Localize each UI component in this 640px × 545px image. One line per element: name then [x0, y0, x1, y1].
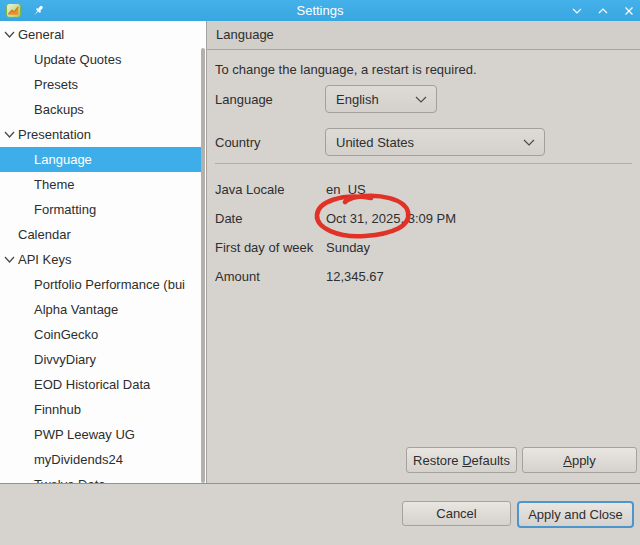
button-label-part: pply — [572, 453, 596, 468]
minimize-icon[interactable] — [570, 4, 584, 18]
settings-window: Settings GeneralUpdate QuotesPresetsBack… — [0, 0, 640, 545]
tree-item-formatting[interactable]: Formatting — [0, 197, 206, 222]
button-label-part: A — [563, 453, 572, 468]
chevron-expanded-icon[interactable] — [4, 30, 15, 39]
tree-item-label: Formatting — [34, 197, 96, 222]
info-row-amount: Amount12,345.67 — [215, 262, 632, 291]
apply-and-close-button[interactable]: Apply and Close — [517, 501, 634, 528]
tree-item-general[interactable]: General — [0, 22, 206, 47]
country-select[interactable]: United States — [325, 128, 545, 156]
language-field-label: Language — [215, 92, 325, 107]
tree-item-label: Twelve Data — [34, 472, 106, 483]
settings-nav-tree: GeneralUpdate QuotesPresetsBackupsPresen… — [0, 21, 207, 483]
tree-item-label: myDividends24 — [34, 447, 123, 472]
info-row-first-day-of-week: First day of weekSunday — [215, 233, 632, 262]
language-select-value: English — [336, 92, 379, 107]
info-value: Oct 31, 2025, 3:09 PM — [326, 211, 456, 226]
dialog-button-bar: CancelApply and Close — [0, 483, 640, 545]
tree-item-label: Alpha Vantage — [34, 297, 118, 322]
info-row-java-locale: Java Localeen_US — [215, 175, 632, 204]
tree-item-label: Backups — [34, 97, 84, 122]
info-label: Date — [215, 211, 326, 226]
apply-button[interactable]: Apply — [522, 447, 637, 473]
tree-item-alpha-vantage[interactable]: Alpha Vantage — [0, 297, 206, 322]
tree-item-label: Calendar — [18, 222, 71, 247]
chevron-expanded-icon[interactable] — [4, 255, 15, 264]
scrollbar-thumb[interactable] — [201, 48, 205, 483]
tree-item-eod-historical-data[interactable]: EOD Historical Data — [0, 372, 206, 397]
restore-defaults-button[interactable]: Restore Defaults — [406, 447, 517, 473]
tree-item-label: DivvyDiary — [34, 347, 96, 372]
tree-item-label: Portfolio Performance (bui — [34, 272, 185, 297]
button-label-part: Cancel — [436, 506, 476, 521]
tree-item-pwp-leeway-ug[interactable]: PWP Leeway UG — [0, 422, 206, 447]
tree-item-theme[interactable]: Theme — [0, 172, 206, 197]
tree-item-label: Language — [34, 147, 92, 172]
tree-item-label: Theme — [34, 172, 74, 197]
cancel-button[interactable]: Cancel — [402, 501, 511, 526]
country-select-value: United States — [336, 135, 414, 150]
info-row-date: DateOct 31, 2025, 3:09 PM — [215, 204, 632, 233]
button-label-part: Restore — [413, 453, 462, 468]
tree-item-label: Presentation — [18, 122, 91, 147]
info-label: First day of week — [215, 240, 326, 255]
tree-item-api-keys[interactable]: API Keys — [0, 247, 206, 272]
tree-item-label: General — [18, 22, 64, 47]
chevron-down-icon — [523, 139, 535, 147]
close-icon[interactable] — [622, 4, 636, 18]
tree-item-coingecko[interactable]: CoinGecko — [0, 322, 206, 347]
info-value: en_US — [326, 182, 366, 197]
tree-item-label: Finnhub — [34, 397, 81, 422]
tree-item-label: PWP Leeway UG — [34, 422, 135, 447]
tree-item-presets[interactable]: Presets — [0, 72, 206, 97]
window-title: Settings — [0, 3, 640, 18]
tree-item-language[interactable]: Language — [0, 147, 201, 172]
tree-item-label: API Keys — [18, 247, 71, 272]
tree-item-presentation[interactable]: Presentation — [0, 122, 206, 147]
tree-item-mydividends24[interactable]: myDividends24 — [0, 447, 206, 472]
tree-item-portfolio-performance-bui[interactable]: Portfolio Performance (bui — [0, 272, 206, 297]
info-label: Java Locale — [215, 182, 326, 197]
section-title: Language — [207, 21, 640, 50]
restart-notice: To change the language, a restart is req… — [215, 62, 632, 77]
button-label-part: efaults — [472, 453, 510, 468]
tree-item-backups[interactable]: Backups — [0, 97, 206, 122]
info-value: Sunday — [326, 240, 370, 255]
info-value: 12,345.67 — [326, 269, 384, 284]
tree-item-divvydiary[interactable]: DivvyDiary — [0, 347, 206, 372]
maximize-icon[interactable] — [596, 4, 610, 18]
button-label-part: D — [462, 453, 471, 468]
tree-item-twelve-data[interactable]: Twelve Data — [0, 472, 206, 483]
info-label: Amount — [215, 269, 326, 284]
language-select[interactable]: English — [325, 85, 437, 113]
tree-item-label: EOD Historical Data — [34, 372, 150, 397]
button-label-part: Apply and Close — [528, 507, 623, 522]
tree-item-label: CoinGecko — [34, 322, 98, 347]
chevron-down-icon — [415, 96, 427, 104]
language-settings-panel: Language To change the language, a resta… — [207, 21, 640, 483]
chevron-expanded-icon[interactable] — [4, 130, 15, 139]
tree-item-label: Presets — [34, 72, 78, 97]
tree-item-finnhub[interactable]: Finnhub — [0, 397, 206, 422]
separator — [215, 163, 632, 164]
tree-item-update-quotes[interactable]: Update Quotes — [0, 47, 206, 72]
sidebar-scrollbar[interactable] — [201, 48, 205, 483]
tree-item-label: Update Quotes — [34, 47, 121, 72]
titlebar[interactable]: Settings — [0, 0, 640, 21]
country-field-label: Country — [215, 135, 325, 150]
tree-item-calendar[interactable]: Calendar — [0, 222, 206, 247]
